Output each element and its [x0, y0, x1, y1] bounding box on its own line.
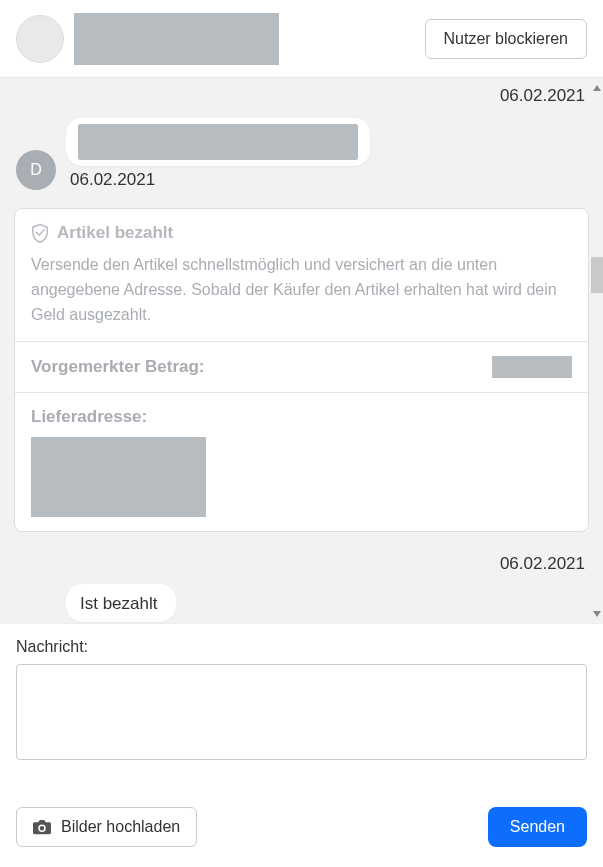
compose-label: Nachricht: — [16, 638, 587, 656]
scroll-down-icon[interactable] — [593, 611, 601, 617]
message-row: Ist bezahlt — [0, 580, 603, 623]
compose-actions: Bilder hochladen Senden — [16, 807, 587, 847]
amount-placeholder — [492, 356, 572, 378]
message-bubble — [66, 118, 370, 166]
message-input[interactable] — [16, 664, 587, 760]
message-text: Ist bezahlt — [80, 594, 158, 613]
message-text-placeholder — [78, 124, 358, 160]
card-amount-section: Vorgemerkter Betrag: — [15, 341, 588, 392]
upload-label: Bilder hochladen — [61, 818, 180, 836]
card-body-text: Versende den Artikel schnellstmöglich un… — [31, 253, 572, 327]
message-bubble: Ist bezahlt — [66, 584, 176, 622]
message-row: D 06.02.2021 — [0, 112, 603, 198]
username-placeholder — [74, 13, 279, 65]
chat-scroll-area[interactable]: 06.02.2021 D 06.02.2021 Artikel bezahlt … — [0, 78, 603, 623]
payment-card: Artikel bezahlt Versende den Artikel sch… — [14, 208, 589, 532]
avatar-placeholder — [16, 15, 64, 63]
scroll-up-icon[interactable] — [593, 85, 601, 91]
amount-row: Vorgemerkter Betrag: — [31, 356, 572, 378]
amount-label: Vorgemerkter Betrag: — [31, 357, 205, 377]
camera-icon — [33, 820, 51, 835]
block-user-button[interactable]: Nutzer blockieren — [425, 19, 588, 59]
card-title: Artikel bezahlt — [57, 223, 173, 243]
date-separator: 06.02.2021 — [0, 78, 603, 112]
message-column: 06.02.2021 — [66, 118, 370, 190]
address-label: Lieferadresse: — [31, 407, 572, 427]
upload-images-button[interactable]: Bilder hochladen — [16, 807, 197, 847]
shield-check-icon — [31, 223, 49, 243]
card-address-section: Lieferadresse: — [15, 392, 588, 531]
message-date: 06.02.2021 — [66, 170, 370, 190]
date-separator: 06.02.2021 — [0, 546, 603, 580]
card-header-section: Artikel bezahlt Versende den Artikel sch… — [15, 209, 588, 341]
message-column: Ist bezahlt — [66, 584, 176, 622]
send-button[interactable]: Senden — [488, 807, 587, 847]
scrollbar-thumb[interactable] — [591, 257, 603, 293]
header-left — [16, 13, 279, 65]
card-title-row: Artikel bezahlt — [31, 223, 572, 243]
compose-area: Nachricht: Bilder hochladen Senden — [0, 623, 603, 867]
chat-header: Nutzer blockieren — [0, 0, 603, 78]
sender-avatar: D — [16, 150, 56, 190]
address-placeholder — [31, 437, 206, 517]
